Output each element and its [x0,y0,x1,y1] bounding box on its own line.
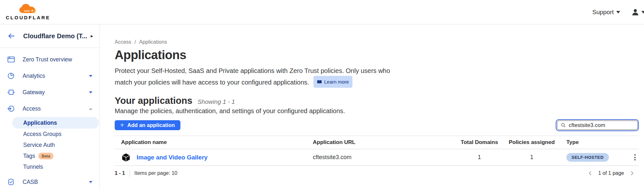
type-badge: SELF-HOSTED [566,153,609,162]
casb-check-icon [7,178,15,186]
column-policies-assigned: Policies assigned [504,139,560,146]
back-arrow-icon[interactable] [7,32,15,40]
user-icon [631,8,639,16]
sidebar-item-casb[interactable]: CASB [0,176,100,188]
pagination-range: 1 - 1 [115,170,125,176]
search-icon [561,122,566,128]
chevron-up-icon [89,108,92,110]
book-icon [317,80,322,84]
user-menu[interactable] [631,8,644,16]
learn-more-label: Learn more [324,77,349,87]
sidebar-item-label: Tags [23,153,35,159]
sidebar-item-tunnels[interactable]: Tunnels [0,161,100,172]
sidebar-item-label: Applications [23,120,57,126]
next-page-button[interactable] [629,170,635,176]
access-subnav: Applications Access Groups Service Auth … [0,117,100,172]
sidebar-item-label: Gateway [23,89,87,96]
section-title: Your applications [115,95,192,106]
search-input[interactable] [569,122,634,129]
sidebar-item-analytics[interactable]: Analytics [0,69,100,82]
learn-more-badge[interactable]: Learn more [313,76,352,88]
search-box [556,119,639,131]
add-application-button[interactable]: + Add an application [115,120,180,130]
application-link[interactable]: Image and Video Gallery [137,154,207,161]
sidebar-item-label: Zero Trust overview [23,56,92,63]
page-title: Applications [115,48,639,62]
sidebar-item-label: Tunnels [23,164,43,170]
account-name: Cloudflare Demo (T... [23,32,89,40]
plus-icon: + [120,122,124,128]
sidebar-item-label: Analytics [23,73,87,79]
sidebar-item-applications[interactable]: Applications [12,117,99,129]
applications-table: Application name Application URL Total D… [115,136,639,166]
cloudflare-cloud-icon [18,4,39,14]
row-actions-menu[interactable] [631,152,639,162]
support-label: Support [592,9,614,16]
chevron-down-icon [616,11,620,14]
application-url: cftestsite3.com [313,154,455,161]
main-content: Access / Applications Applications Prote… [100,24,644,189]
app-cube-icon [121,153,131,162]
breadcrumb-applications: Applications [139,39,167,45]
divider [130,170,130,177]
section-subtitle: Manage the policies, authentication, and… [115,107,639,115]
total-domains-value: 1 [455,154,504,161]
analytics-pie-icon [7,72,15,80]
account-switcher[interactable]: Cloudflare Demo (T... ▸ [0,24,100,48]
column-application-name: Application name [115,139,313,146]
chevron-down-icon [89,75,92,77]
chevron-right-icon: ▸ [91,33,93,39]
sidebar-item-access[interactable]: Access [0,102,100,115]
chevron-down-icon [641,11,644,14]
table-row: Image and Video Gallery cftestsite3.com … [115,149,639,166]
sidebar-item-label: CASB [23,179,87,185]
sidebar-item-access-groups[interactable]: Access Groups [0,129,100,140]
beta-badge: Beta [38,153,53,159]
cloudflare-logo-text: CLOUDFLARE [6,15,50,20]
previous-page-button[interactable] [587,170,593,176]
column-type: Type [560,139,620,146]
breadcrumb-access[interactable]: Access [115,39,131,45]
breadcrumb-separator: / [135,39,136,45]
page-indicator: 1 of 1 page [598,170,624,176]
access-login-icon [7,105,15,113]
cloudflare-logo[interactable]: CLOUDFLARE [6,4,50,20]
support-menu[interactable]: Support [592,9,620,16]
sidebar-item-label: Service Auth [23,142,55,148]
breadcrumb: Access / Applications [115,39,639,45]
table-header: Application name Application URL Total D… [115,136,639,149]
column-application-url: Application URL [313,139,455,146]
column-total-domains: Total Domains [455,139,504,146]
sidebar-item-label: Access Groups [23,131,62,138]
sidebar-item-gateway[interactable]: Gateway [0,86,100,99]
sidebar-nav: Zero Trust overview Analytics [0,48,100,188]
add-application-label: Add an application [127,122,175,128]
sidebar-item-zero-trust-overview[interactable]: Zero Trust overview [0,53,100,66]
overview-window-icon [7,56,15,63]
top-header: CLOUDFLARE Support [0,0,644,24]
policies-assigned-value: 1 [504,154,560,161]
chevron-down-icon [89,181,92,183]
sidebar-item-tags[interactable]: Tags Beta [0,150,100,161]
items-per-page-select[interactable]: Items per page: 10 [134,170,177,176]
showing-count: Showing 1 - 1 [197,98,235,105]
sidebar-item-label: Access [23,105,87,112]
sidebar-item-service-auth[interactable]: Service Auth [0,140,100,150]
page-description: Protect your Self-Hosted, SaaS and Priva… [115,66,405,88]
sidebar: Cloudflare Demo (T... ▸ Zero Trust overv… [0,24,100,189]
gateway-icon [7,88,15,96]
chevron-down-icon [89,91,92,94]
pagination: 1 - 1 Items per page: 10 1 of 1 page [115,170,639,177]
